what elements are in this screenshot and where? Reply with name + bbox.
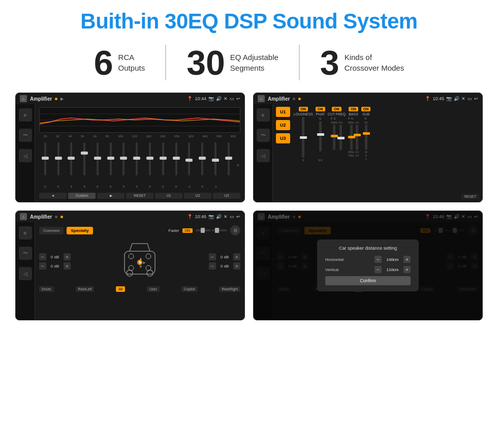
eq-slider-13[interactable]: -1: [209, 142, 222, 188]
eq-slider-5[interactable]: 0: [105, 142, 117, 188]
eq-side-controls: ≡ 〜 ◁: [16, 104, 35, 202]
minus-btn-2[interactable]: −: [39, 262, 46, 270]
crossover-sections: ON LOUDNESS 0 ON PHAT: [294, 107, 459, 199]
battery-icon: ▭: [230, 96, 234, 101]
eq-slider-10[interactable]: 0: [170, 142, 182, 188]
minus-btn-3[interactable]: −: [209, 253, 216, 260]
wave-icon-btn[interactable]: 〜: [19, 129, 32, 142]
plus-btn-3[interactable]: +: [233, 253, 240, 260]
wave-icon-btn-2[interactable]: 〜: [257, 129, 270, 142]
eq-slider-3[interactable]: 5: [78, 142, 90, 188]
camera-icon-3: 📷: [208, 214, 214, 219]
eq-slider-12[interactable]: 0: [196, 142, 208, 188]
u3-btn-eq[interactable]: U3: [213, 193, 240, 199]
fader-h-slider-2[interactable]: [212, 229, 227, 231]
fader-h-slider-1[interactable]: [196, 229, 211, 231]
cutfreq-section: ON CUT FREQ F G 100Hz: [328, 107, 346, 199]
play-btn[interactable]: ▶: [97, 193, 124, 199]
eq-freq-labels: 25 32 40 50 63 80 100 125 160 200 250 32…: [39, 135, 240, 138]
back-icon: ↩: [236, 96, 240, 101]
eq-arrow-right[interactable]: »: [236, 162, 239, 168]
horizontal-minus-btn[interactable]: −: [375, 256, 382, 263]
horizontal-plus-btn[interactable]: +: [403, 256, 411, 263]
eq-slider-2[interactable]: 0: [66, 142, 78, 188]
feature-number-rca: 6: [94, 45, 113, 80]
eq-icon-btn-2[interactable]: ≡: [257, 108, 270, 122]
eq-slider-9[interactable]: 0: [157, 142, 169, 188]
minus-btn-4[interactable]: −: [209, 262, 216, 270]
db-row-1: − 0 dB +: [39, 253, 71, 260]
rearleft-btn[interactable]: RearLeft: [76, 286, 95, 292]
wave-icon-btn-3[interactable]: 〜: [19, 247, 32, 260]
fader-on-toggle[interactable]: ON: [182, 228, 193, 233]
crossover-area: U1 U2 U3 ON LOUDNESS: [273, 104, 482, 202]
svg-point-8: [129, 265, 134, 271]
home-icon-3[interactable]: ⌂: [20, 213, 27, 220]
specialty-tab[interactable]: Specialty: [67, 227, 92, 234]
settings-icon[interactable]: ⚙: [230, 225, 240, 235]
plus-btn-1[interactable]: +: [64, 253, 71, 260]
rearright-btn[interactable]: RearRight: [219, 286, 240, 292]
x-icon-2: ✕: [461, 96, 465, 101]
car-svg: ◄ ► ▲ ▼: [117, 238, 163, 284]
eq-icon-btn[interactable]: ≡: [19, 108, 32, 122]
svg-point-4: [127, 270, 133, 276]
reset-btn-eq[interactable]: RESET: [126, 193, 153, 199]
u3-crossover-btn[interactable]: U3: [276, 133, 290, 143]
volume-icon-2: 🔊: [454, 96, 459, 101]
eq-slider-7[interactable]: 0: [131, 142, 143, 188]
eq-slider-0[interactable]: 0: [39, 142, 51, 188]
u2-btn-eq[interactable]: U2: [184, 193, 211, 199]
minus-btn-1[interactable]: −: [39, 253, 46, 260]
u1-btn-eq[interactable]: U1: [155, 193, 182, 199]
feature-text-rca: RCA Outputs: [118, 52, 145, 73]
speaker-icon-btn[interactable]: ◁: [19, 149, 32, 162]
speaker-icon-btn-2[interactable]: ◁: [257, 149, 270, 162]
eq-slider-6[interactable]: 0: [118, 142, 130, 188]
driver-btn[interactable]: Driver: [39, 286, 54, 292]
camera-icon: 📷: [208, 96, 214, 101]
dialog-horizontal-row: Horizontal − 140cm +: [325, 256, 411, 263]
eq-graph: [39, 107, 240, 133]
feature-number-crossover: 3: [320, 45, 339, 80]
eq-slider-4[interactable]: 0: [91, 142, 104, 188]
home-icon-2[interactable]: ⌂: [258, 95, 265, 102]
user-btn[interactable]: User: [147, 286, 160, 292]
app-title-fader: Amplifier: [30, 214, 52, 220]
eq-icon-btn-3[interactable]: ≡: [19, 226, 32, 240]
dialog-title: Car speaker distance setting: [325, 246, 411, 251]
db-row-4: − 0 dB +: [209, 262, 240, 270]
speaker-icon-btn-3[interactable]: ◁: [19, 267, 32, 280]
feature-text-eq: EQ Adjustable Segments: [230, 52, 278, 73]
reset-crossover-btn[interactable]: RESET: [461, 194, 479, 199]
time-crossover: 10:45: [432, 96, 444, 101]
plus-btn-2[interactable]: +: [64, 262, 71, 270]
fader-main-area: − 0 dB + − 0 dB +: [39, 238, 240, 284]
volume-icon-3: 🔊: [216, 214, 222, 219]
plus-btn-4[interactable]: +: [233, 262, 240, 270]
location-icon: 📍: [187, 96, 193, 101]
confirm-button[interactable]: Confirm: [325, 276, 411, 285]
horizontal-value: 140cm: [384, 257, 401, 262]
camera-icon-2: 📷: [446, 96, 452, 101]
feature-text-crossover: Kinds of Crossover Modes: [345, 52, 404, 73]
vertical-minus-btn[interactable]: −: [375, 266, 382, 273]
eq-slider-11[interactable]: -1: [183, 142, 195, 188]
eq-bottom-controls: ◄ Custom ▶ RESET U1 U2 U3: [39, 193, 240, 199]
prev-btn[interactable]: ◄: [39, 193, 67, 199]
vertical-plus-btn[interactable]: +: [403, 266, 411, 273]
svg-text:▲: ▲: [139, 256, 143, 261]
all-btn[interactable]: All: [116, 286, 125, 292]
eq-slider-8[interactable]: 0: [144, 142, 156, 188]
u2-crossover-btn[interactable]: U2: [276, 120, 290, 130]
eq-slider-14[interactable]: [223, 142, 235, 188]
u1-crossover-btn[interactable]: U1: [276, 107, 290, 117]
dialog-box: Car speaker distance setting Horizontal …: [317, 240, 419, 291]
eq-slider-1[interactable]: 0: [52, 142, 65, 188]
common-tab[interactable]: Common: [39, 227, 64, 234]
db-value-4: 0 dB: [217, 264, 232, 268]
svg-point-7: [146, 254, 151, 259]
custom-label: Custom: [68, 193, 96, 199]
home-icon[interactable]: ⌂: [20, 95, 27, 102]
copilot-btn[interactable]: Copilot: [181, 286, 198, 292]
